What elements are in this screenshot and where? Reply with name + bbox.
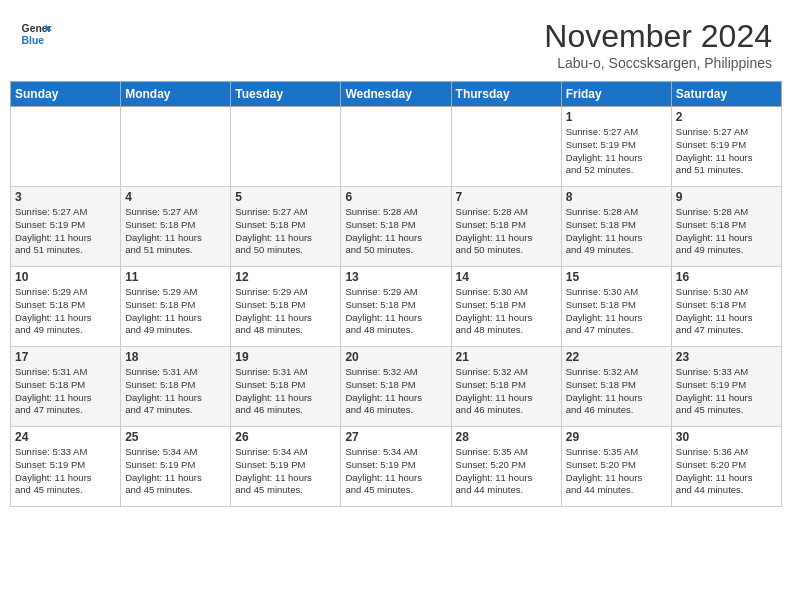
day-info: Sunrise: 5:35 AM Sunset: 5:20 PM Dayligh… bbox=[456, 446, 557, 497]
calendar-cell: 4Sunrise: 5:27 AM Sunset: 5:18 PM Daylig… bbox=[121, 187, 231, 267]
calendar-cell: 12Sunrise: 5:29 AM Sunset: 5:18 PM Dayli… bbox=[231, 267, 341, 347]
weekday-header-thursday: Thursday bbox=[451, 82, 561, 107]
day-number: 2 bbox=[676, 110, 777, 124]
calendar-cell: 15Sunrise: 5:30 AM Sunset: 5:18 PM Dayli… bbox=[561, 267, 671, 347]
day-number: 8 bbox=[566, 190, 667, 204]
logo-icon: General Blue bbox=[20, 18, 52, 50]
calendar-cell: 30Sunrise: 5:36 AM Sunset: 5:20 PM Dayli… bbox=[671, 427, 781, 507]
day-info: Sunrise: 5:34 AM Sunset: 5:19 PM Dayligh… bbox=[235, 446, 336, 497]
calendar-cell: 21Sunrise: 5:32 AM Sunset: 5:18 PM Dayli… bbox=[451, 347, 561, 427]
calendar-cell bbox=[451, 107, 561, 187]
calendar-week-row: 10Sunrise: 5:29 AM Sunset: 5:18 PM Dayli… bbox=[11, 267, 782, 347]
day-number: 6 bbox=[345, 190, 446, 204]
day-info: Sunrise: 5:28 AM Sunset: 5:18 PM Dayligh… bbox=[676, 206, 777, 257]
day-number: 12 bbox=[235, 270, 336, 284]
day-number: 29 bbox=[566, 430, 667, 444]
day-info: Sunrise: 5:27 AM Sunset: 5:19 PM Dayligh… bbox=[15, 206, 116, 257]
calendar-cell: 18Sunrise: 5:31 AM Sunset: 5:18 PM Dayli… bbox=[121, 347, 231, 427]
day-info: Sunrise: 5:31 AM Sunset: 5:18 PM Dayligh… bbox=[125, 366, 226, 417]
logo: General Blue bbox=[20, 18, 52, 50]
weekday-header-friday: Friday bbox=[561, 82, 671, 107]
day-info: Sunrise: 5:29 AM Sunset: 5:18 PM Dayligh… bbox=[125, 286, 226, 337]
month-title: November 2024 bbox=[544, 18, 772, 55]
day-info: Sunrise: 5:30 AM Sunset: 5:18 PM Dayligh… bbox=[456, 286, 557, 337]
weekday-header-wednesday: Wednesday bbox=[341, 82, 451, 107]
day-number: 3 bbox=[15, 190, 116, 204]
weekday-header-tuesday: Tuesday bbox=[231, 82, 341, 107]
calendar-cell: 19Sunrise: 5:31 AM Sunset: 5:18 PM Dayli… bbox=[231, 347, 341, 427]
day-number: 1 bbox=[566, 110, 667, 124]
day-info: Sunrise: 5:30 AM Sunset: 5:18 PM Dayligh… bbox=[566, 286, 667, 337]
day-number: 18 bbox=[125, 350, 226, 364]
day-info: Sunrise: 5:29 AM Sunset: 5:18 PM Dayligh… bbox=[15, 286, 116, 337]
day-number: 24 bbox=[15, 430, 116, 444]
location-subtitle: Labu-o, Soccsksargen, Philippines bbox=[544, 55, 772, 71]
calendar-cell: 22Sunrise: 5:32 AM Sunset: 5:18 PM Dayli… bbox=[561, 347, 671, 427]
day-number: 30 bbox=[676, 430, 777, 444]
day-info: Sunrise: 5:34 AM Sunset: 5:19 PM Dayligh… bbox=[125, 446, 226, 497]
day-info: Sunrise: 5:27 AM Sunset: 5:19 PM Dayligh… bbox=[566, 126, 667, 177]
calendar-cell: 16Sunrise: 5:30 AM Sunset: 5:18 PM Dayli… bbox=[671, 267, 781, 347]
day-number: 22 bbox=[566, 350, 667, 364]
day-info: Sunrise: 5:33 AM Sunset: 5:19 PM Dayligh… bbox=[676, 366, 777, 417]
calendar-cell: 5Sunrise: 5:27 AM Sunset: 5:18 PM Daylig… bbox=[231, 187, 341, 267]
day-info: Sunrise: 5:28 AM Sunset: 5:18 PM Dayligh… bbox=[566, 206, 667, 257]
day-info: Sunrise: 5:30 AM Sunset: 5:18 PM Dayligh… bbox=[676, 286, 777, 337]
calendar-cell: 11Sunrise: 5:29 AM Sunset: 5:18 PM Dayli… bbox=[121, 267, 231, 347]
day-number: 23 bbox=[676, 350, 777, 364]
calendar-week-row: 3Sunrise: 5:27 AM Sunset: 5:19 PM Daylig… bbox=[11, 187, 782, 267]
day-info: Sunrise: 5:27 AM Sunset: 5:18 PM Dayligh… bbox=[125, 206, 226, 257]
day-number: 9 bbox=[676, 190, 777, 204]
calendar-cell: 10Sunrise: 5:29 AM Sunset: 5:18 PM Dayli… bbox=[11, 267, 121, 347]
calendar-week-row: 17Sunrise: 5:31 AM Sunset: 5:18 PM Dayli… bbox=[11, 347, 782, 427]
calendar-cell: 27Sunrise: 5:34 AM Sunset: 5:19 PM Dayli… bbox=[341, 427, 451, 507]
calendar-cell: 14Sunrise: 5:30 AM Sunset: 5:18 PM Dayli… bbox=[451, 267, 561, 347]
day-info: Sunrise: 5:31 AM Sunset: 5:18 PM Dayligh… bbox=[235, 366, 336, 417]
day-number: 27 bbox=[345, 430, 446, 444]
day-number: 17 bbox=[15, 350, 116, 364]
calendar-cell bbox=[11, 107, 121, 187]
day-number: 14 bbox=[456, 270, 557, 284]
day-number: 26 bbox=[235, 430, 336, 444]
svg-text:Blue: Blue bbox=[22, 35, 45, 46]
day-info: Sunrise: 5:27 AM Sunset: 5:18 PM Dayligh… bbox=[235, 206, 336, 257]
day-number: 7 bbox=[456, 190, 557, 204]
day-number: 21 bbox=[456, 350, 557, 364]
day-number: 19 bbox=[235, 350, 336, 364]
day-info: Sunrise: 5:32 AM Sunset: 5:18 PM Dayligh… bbox=[456, 366, 557, 417]
day-info: Sunrise: 5:31 AM Sunset: 5:18 PM Dayligh… bbox=[15, 366, 116, 417]
calendar-cell: 7Sunrise: 5:28 AM Sunset: 5:18 PM Daylig… bbox=[451, 187, 561, 267]
calendar-cell: 3Sunrise: 5:27 AM Sunset: 5:19 PM Daylig… bbox=[11, 187, 121, 267]
calendar-week-row: 24Sunrise: 5:33 AM Sunset: 5:19 PM Dayli… bbox=[11, 427, 782, 507]
day-info: Sunrise: 5:27 AM Sunset: 5:19 PM Dayligh… bbox=[676, 126, 777, 177]
calendar-cell: 24Sunrise: 5:33 AM Sunset: 5:19 PM Dayli… bbox=[11, 427, 121, 507]
calendar-table: SundayMondayTuesdayWednesdayThursdayFrid… bbox=[10, 81, 782, 507]
calendar-cell: 29Sunrise: 5:35 AM Sunset: 5:20 PM Dayli… bbox=[561, 427, 671, 507]
calendar-header-row: SundayMondayTuesdayWednesdayThursdayFrid… bbox=[11, 82, 782, 107]
day-number: 5 bbox=[235, 190, 336, 204]
day-number: 11 bbox=[125, 270, 226, 284]
day-number: 15 bbox=[566, 270, 667, 284]
day-info: Sunrise: 5:29 AM Sunset: 5:18 PM Dayligh… bbox=[235, 286, 336, 337]
calendar-week-row: 1Sunrise: 5:27 AM Sunset: 5:19 PM Daylig… bbox=[11, 107, 782, 187]
day-info: Sunrise: 5:28 AM Sunset: 5:18 PM Dayligh… bbox=[456, 206, 557, 257]
weekday-header-saturday: Saturday bbox=[671, 82, 781, 107]
day-info: Sunrise: 5:32 AM Sunset: 5:18 PM Dayligh… bbox=[566, 366, 667, 417]
day-number: 25 bbox=[125, 430, 226, 444]
calendar-cell bbox=[121, 107, 231, 187]
calendar-cell: 8Sunrise: 5:28 AM Sunset: 5:18 PM Daylig… bbox=[561, 187, 671, 267]
calendar-cell bbox=[231, 107, 341, 187]
day-number: 20 bbox=[345, 350, 446, 364]
day-number: 28 bbox=[456, 430, 557, 444]
calendar-cell: 13Sunrise: 5:29 AM Sunset: 5:18 PM Dayli… bbox=[341, 267, 451, 347]
day-info: Sunrise: 5:35 AM Sunset: 5:20 PM Dayligh… bbox=[566, 446, 667, 497]
calendar-cell: 9Sunrise: 5:28 AM Sunset: 5:18 PM Daylig… bbox=[671, 187, 781, 267]
calendar-cell: 2Sunrise: 5:27 AM Sunset: 5:19 PM Daylig… bbox=[671, 107, 781, 187]
calendar-cell: 17Sunrise: 5:31 AM Sunset: 5:18 PM Dayli… bbox=[11, 347, 121, 427]
calendar-cell: 23Sunrise: 5:33 AM Sunset: 5:19 PM Dayli… bbox=[671, 347, 781, 427]
day-info: Sunrise: 5:34 AM Sunset: 5:19 PM Dayligh… bbox=[345, 446, 446, 497]
title-block: November 2024 Labu-o, Soccsksargen, Phil… bbox=[544, 18, 772, 71]
day-number: 4 bbox=[125, 190, 226, 204]
calendar-cell: 25Sunrise: 5:34 AM Sunset: 5:19 PM Dayli… bbox=[121, 427, 231, 507]
weekday-header-monday: Monday bbox=[121, 82, 231, 107]
